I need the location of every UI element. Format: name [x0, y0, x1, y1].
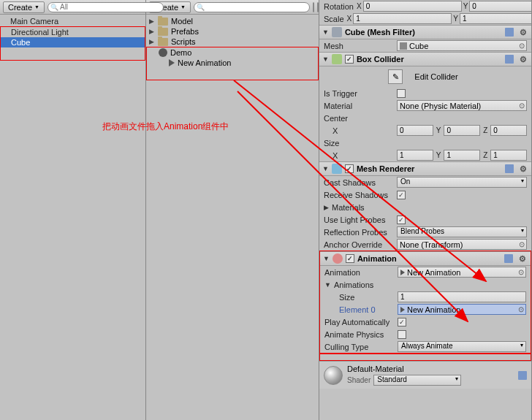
- size-x-input[interactable]: [397, 150, 433, 161]
- project-search-input[interactable]: [194, 2, 310, 12]
- animation-clip-icon: [400, 270, 405, 275]
- play-automatically-checkbox[interactable]: [398, 318, 406, 327]
- scale-x-input[interactable]: [353, 13, 452, 24]
- filter-icon[interactable]: [313, 2, 314, 12]
- component-enabled-checkbox[interactable]: [345, 55, 354, 64]
- hierarchy-item[interactable]: Cube: [1, 37, 145, 47]
- project-folder[interactable]: ▶Prefabs: [146, 26, 319, 37]
- material-preview-icon: [324, 366, 343, 385]
- annotation-text: 把动画文件拖入Animation组件中: [102, 121, 229, 133]
- folder-icon: [158, 38, 168, 46]
- center-y-input[interactable]: [444, 125, 480, 136]
- animations-element-0-field[interactable]: New Animation: [398, 304, 526, 315]
- project-folder[interactable]: ▶Scripts: [146, 37, 319, 47]
- box-collider-header[interactable]: ▼ Box Collider ⚙: [319, 52, 531, 66]
- foldout-icon[interactable]: ▶: [149, 38, 155, 45]
- foldout-icon[interactable]: ▼: [322, 28, 329, 36]
- animation-clip-icon: [400, 307, 405, 313]
- reflection-probes-dropdown[interactable]: Blend Probes: [397, 226, 527, 237]
- project-folder[interactable]: ▶Model: [146, 16, 319, 26]
- box-collider-icon: [332, 54, 342, 64]
- animations-size-input[interactable]: [398, 291, 526, 302]
- mesh-filter-header[interactable]: ▼ Cube (Mesh Filter) ⚙: [319, 25, 531, 39]
- rotation-x-input[interactable]: [363, 1, 462, 12]
- foldout-icon[interactable]: ▶: [324, 204, 329, 211]
- hierarchy-panel: Create▼ Main Camera Directional Light Cu…: [0, 0, 146, 420]
- project-tree: ▶Model ▶Prefabs ▶Scripts Demo New Animat…: [146, 15, 319, 420]
- gear-icon[interactable]: ⚙: [518, 28, 528, 37]
- animate-physics-checkbox[interactable]: [398, 330, 406, 339]
- star-icon[interactable]: [317, 2, 319, 12]
- animation-component-header[interactable]: ▼ Animation ⚙: [320, 251, 531, 266]
- help-icon[interactable]: [505, 28, 514, 37]
- help-icon[interactable]: [505, 164, 514, 173]
- hierarchy-item[interactable]: Main Camera: [0, 16, 145, 26]
- center-z-input[interactable]: [490, 125, 527, 136]
- folder-icon: [158, 28, 168, 36]
- foldout-icon[interactable]: ▶: [149, 28, 155, 35]
- inspector-panel: Rotation X Y Z Scale X Y Z ▼ Cube (: [319, 0, 532, 420]
- size-z-input[interactable]: [490, 150, 527, 161]
- mesh-renderer-icon: [332, 164, 342, 174]
- gear-icon[interactable]: ⚙: [518, 55, 528, 64]
- project-animation-file[interactable]: New Animation: [147, 58, 318, 68]
- material-header[interactable]: Default-Material Shader Standard: [319, 361, 531, 389]
- animation-component-icon: [332, 253, 343, 264]
- edit-collider-button[interactable]: Edit Collider: [410, 71, 462, 83]
- foldout-icon[interactable]: ▼: [322, 56, 329, 63]
- unity-scene-icon: [159, 48, 167, 57]
- material-name: Default-Material: [347, 364, 514, 373]
- hierarchy-search-input[interactable]: [48, 2, 164, 12]
- foldout-icon[interactable]: ▶: [149, 18, 155, 25]
- hierarchy-item[interactable]: Directional Light: [1, 27, 145, 37]
- scale-row: Scale X Y Z: [319, 12, 531, 25]
- component-enabled-checkbox[interactable]: [345, 164, 354, 173]
- mesh-renderer-header[interactable]: ▼ Mesh Renderer ⚙: [319, 161, 531, 176]
- shader-dropdown[interactable]: Standard: [373, 375, 461, 386]
- help-icon[interactable]: [505, 55, 514, 64]
- rotation-y-input[interactable]: [469, 1, 531, 12]
- scale-y-input[interactable]: [460, 13, 531, 24]
- receive-shadows-checkbox[interactable]: [397, 191, 406, 199]
- is-trigger-checkbox[interactable]: [397, 89, 406, 98]
- anchor-override-field[interactable]: None (Transform): [397, 239, 527, 250]
- component-enabled-checkbox[interactable]: [346, 254, 354, 263]
- project-panel: Create▼ ▶Model ▶Prefabs ▶Scripts Demo Ne…: [146, 0, 319, 420]
- project-toolbar: Create▼: [146, 0, 319, 15]
- help-icon[interactable]: [504, 254, 513, 263]
- foldout-icon[interactable]: ▼: [322, 165, 329, 172]
- animation-clip-field[interactable]: New Animation: [398, 267, 526, 278]
- hierarchy-tree: Main Camera Directional Light Cube: [0, 15, 145, 420]
- center-x-input[interactable]: [397, 125, 433, 136]
- project-scene[interactable]: Demo: [147, 47, 318, 58]
- edit-collider-icon[interactable]: ✎: [388, 69, 403, 84]
- cast-shadows-dropdown[interactable]: On: [397, 177, 527, 188]
- foldout-icon[interactable]: ▼: [324, 281, 331, 289]
- mesh-field[interactable]: Cube: [397, 40, 527, 51]
- gear-icon[interactable]: ⚙: [518, 164, 528, 174]
- hierarchy-toolbar: Create▼: [0, 0, 145, 15]
- physic-material-field[interactable]: None (Physic Material): [397, 100, 527, 111]
- light-probes-checkbox[interactable]: [397, 215, 406, 224]
- hierarchy-create-button[interactable]: Create▼: [3, 1, 45, 13]
- size-y-input[interactable]: [444, 150, 480, 161]
- mesh-filter-icon: [332, 27, 342, 37]
- rotation-row: Rotation X Y Z: [319, 0, 531, 12]
- foldout-icon[interactable]: ▼: [323, 255, 330, 262]
- culling-type-dropdown[interactable]: Always Animate: [398, 341, 526, 352]
- animation-clip-icon: [169, 59, 175, 66]
- folder-icon: [158, 18, 168, 26]
- help-icon[interactable]: [518, 371, 527, 380]
- gear-icon[interactable]: ⚙: [517, 254, 528, 264]
